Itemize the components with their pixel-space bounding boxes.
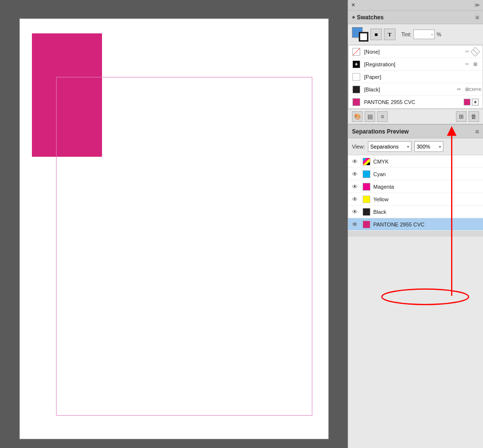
swatch-row-registration[interactable]: [Registration] ✂ ⊞ (349, 58, 483, 71)
visibility-icon-yellow[interactable]: 👁 (352, 196, 360, 203)
percent-label: % (437, 31, 441, 37)
fill-stroke-indicator[interactable] (352, 27, 368, 42)
separations-header: Separations Preview ≡ (348, 125, 483, 138)
sep-row-magenta[interactable]: 👁 Magenta (348, 180, 483, 193)
swatch-name-registration: [Registration] (364, 61, 460, 67)
swatch-row-pantone2955[interactable]: PANTONE 2955 CVC ◆ (349, 96, 483, 108)
panel-topbar: ✕ ≫ (348, 0, 483, 11)
swatch-row-paper[interactable]: [Paper] (349, 71, 483, 83)
swatches-bottom-toolbar: 🎨 ▤ ≡ ⊞ 🗑 (348, 109, 483, 124)
separations-controls: View: Separations ▾ 300% ▾ (348, 138, 483, 155)
tint-arrow-icon[interactable]: › (431, 32, 433, 37)
separations-menu-icon[interactable]: ≡ (475, 128, 479, 135)
swatches-menu-icon[interactable]: ≡ (475, 14, 479, 21)
sep-name-pantone2955: PANTONE 2955 CVC (373, 222, 479, 227)
new-swatch-btn[interactable]: ⊞ (456, 111, 467, 122)
scissors-icon-2: ✂ (464, 61, 470, 68)
sep-name-black: Black (373, 209, 479, 215)
visibility-icon-cmyk[interactable]: 👁 (352, 158, 360, 165)
sep-row-cmyk[interactable]: 👁 CMYK (348, 155, 483, 168)
swatch-name-paper: [Paper] (364, 74, 475, 80)
show-swatch-list-btn[interactable]: ≡ (377, 111, 388, 122)
sep-color-magenta (363, 183, 370, 191)
swatch-color-paper (352, 73, 360, 81)
slash-icon (470, 47, 480, 57)
right-panel: ✕ ≫ Swatches ≡ ■ T (348, 0, 483, 448)
svg-point-2 (382, 289, 468, 305)
panel-topbar-left: ✕ (351, 2, 355, 8)
sep-name-yellow: Yellow (373, 196, 479, 202)
visibility-icon-pantone2955[interactable]: 👁 (352, 221, 360, 228)
swatches-title-text: Swatches (357, 14, 383, 21)
sep-name-cmyk: CMYK (373, 159, 479, 164)
swatch-icons-none: ✂ (464, 48, 479, 55)
swatch-name-none: [None] (364, 49, 460, 55)
scissors-icon-3: ✂ (455, 86, 462, 93)
separations-panel: Separations Preview ≡ View: Separations … (348, 124, 483, 237)
grid-icon: ⊞ (472, 61, 479, 68)
swatch-color-registration (352, 60, 360, 68)
swatch-icons-pantone2955: ◆ (464, 99, 479, 105)
new-color-group-btn[interactable]: 🎨 (352, 111, 363, 122)
view-dropdown-value: Separations (370, 144, 399, 149)
page (19, 18, 329, 439)
swatch-color-pantone2955 (352, 98, 360, 106)
inner-border (56, 77, 312, 416)
view-label: View: (352, 144, 365, 149)
swatches-title: Swatches (352, 14, 383, 21)
separations-list: 👁 CMYK 👁 Cyan 👁 Magenta (348, 155, 483, 231)
visibility-icon-magenta[interactable]: 👁 (352, 183, 360, 190)
visibility-icon-black[interactable]: 👁 (352, 209, 360, 215)
swatch-icons-registration: ✂ ⊞ (464, 61, 479, 68)
sep-color-cmyk (363, 158, 370, 165)
sep-row-pantone2955[interactable]: 👁 PANTONE 2955 CVC (348, 218, 483, 231)
view-dropdown[interactable]: Separations ▾ (368, 141, 411, 152)
separations-title: Separations Preview (352, 128, 409, 135)
swatch-name-pantone2955: PANTONE 2955 CVC (364, 99, 460, 105)
zoom-dropdown-chevron: ▾ (439, 145, 441, 149)
cmyk-icon: CMYK (472, 86, 479, 93)
zoom-dropdown-value: 300% (417, 144, 430, 149)
swatches-panel: Swatches ≡ ■ T Tint: › (348, 11, 483, 124)
sep-row-cyan[interactable]: 👁 Cyan (348, 168, 483, 180)
close-icon[interactable]: ✕ (351, 2, 355, 8)
view-dropdown-chevron: ▾ (407, 145, 409, 149)
canvas-area (0, 0, 348, 448)
visibility-icon-cyan[interactable]: 👁 (352, 171, 360, 178)
stroke-color-box[interactable] (359, 32, 368, 42)
panel-collapse-icon[interactable]: ≫ (474, 2, 480, 8)
show-swatch-kinds-btn[interactable]: ▤ (365, 111, 375, 122)
swatch-icons-black: ✂ ⊞ CMYK (455, 86, 479, 93)
swatch-row-none[interactable]: [None] ✂ (349, 45, 483, 58)
sep-color-cyan (363, 170, 370, 178)
spot-cmyk-icon: ◆ (472, 99, 479, 105)
tint-label: Tint: (401, 31, 411, 37)
zoom-dropdown[interactable]: 300% ▾ (414, 141, 443, 152)
swatches-header: Swatches ≡ (348, 11, 483, 24)
sep-color-yellow (363, 195, 370, 203)
swatch-name-black: [Black] (364, 87, 452, 92)
swatch-color-black (352, 86, 360, 93)
sep-color-black (363, 208, 370, 216)
sep-row-black[interactable]: 👁 Black (348, 206, 483, 218)
scissors-icon: ✂ (464, 48, 470, 55)
swatch-row-black[interactable]: [Black] ✂ ⊞ CMYK (349, 83, 483, 96)
swatches-list: [None] ✂ [Registration] ✂ ⊞ (348, 45, 483, 109)
color-toolbar: ■ T Tint: › % (348, 24, 483, 45)
spot-square-icon (464, 99, 470, 105)
sep-row-yellow[interactable]: 👁 Yellow (348, 193, 483, 206)
sep-name-cyan: Cyan (373, 171, 479, 177)
sep-name-magenta: Magenta (373, 184, 479, 190)
square-mode-btn[interactable]: ■ (370, 29, 382, 40)
tint-input[interactable]: › (413, 30, 435, 39)
scrollbar[interactable] (348, 231, 483, 237)
sep-color-pantone2955 (363, 221, 370, 228)
delete-swatch-btn[interactable]: 🗑 (468, 111, 479, 122)
swatch-color-none (352, 48, 360, 56)
text-mode-btn[interactable]: T (384, 29, 395, 40)
